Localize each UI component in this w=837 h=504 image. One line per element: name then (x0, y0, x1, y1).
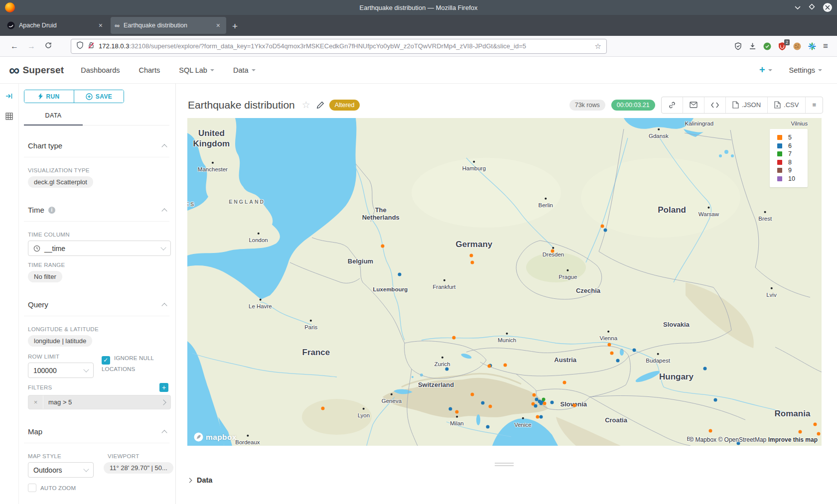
legend-entry: 7 (777, 150, 808, 158)
row-limit-select[interactable]: 100000 (28, 363, 94, 378)
time-range-value[interactable]: No filter (28, 271, 62, 282)
city-dot (310, 320, 312, 322)
city-dot (473, 161, 475, 163)
section-map[interactable]: Map (24, 427, 169, 443)
add-filter-button[interactable]: + (159, 383, 168, 392)
row-limit-value: 100000 (33, 367, 57, 375)
downloads-icon[interactable] (749, 42, 756, 50)
map-country-label: Germany (456, 240, 493, 250)
panel-resize-handle[interactable] (495, 461, 514, 468)
protections-shield-icon[interactable] (734, 42, 742, 50)
city-dot (443, 279, 445, 281)
nav-item-data[interactable]: Data (233, 66, 256, 74)
window-close-icon[interactable] (823, 3, 832, 12)
section-query[interactable]: Query (24, 300, 169, 316)
viz-type-value[interactable]: deck.gl Scatterplot (28, 176, 93, 188)
settings-menu[interactable]: Settings (789, 66, 822, 74)
superset-logo[interactable]: ∞ Superset (9, 63, 64, 78)
window-maximize-icon[interactable] (809, 3, 815, 12)
ignore-null-checkbox[interactable]: ✓ (102, 356, 110, 365)
time-column-select[interactable]: __time (28, 241, 171, 256)
tab-close-icon[interactable]: × (214, 21, 222, 29)
tab-apache-druid[interactable]: Apache Druid × (3, 17, 109, 34)
run-button[interactable]: RUN (24, 90, 74, 103)
city-dot (707, 207, 709, 209)
improve-map-link[interactable]: Improve this map (768, 436, 818, 443)
shield-icon[interactable] (76, 41, 84, 51)
nav-item-sql-lab[interactable]: SQL Lab (179, 66, 214, 74)
scatter-point (445, 368, 448, 371)
bookmark-star-icon[interactable]: ☆ (595, 42, 601, 51)
druid-favicon (7, 21, 15, 29)
cookie-extension-icon[interactable] (793, 42, 801, 50)
save-button[interactable]: SAVE (74, 90, 124, 103)
chart-area: Earthquake distribution ☆ Altered 73k ro… (176, 84, 837, 504)
scatter-point (607, 343, 611, 346)
window-minimize-icon[interactable] (795, 3, 801, 12)
embed-code-button[interactable] (704, 97, 725, 113)
city-dot (764, 211, 766, 213)
map-canvas[interactable]: United KingdomENGLANDESThe NetherlandsGe… (187, 118, 822, 446)
data-panel-toggle[interactable]: Data (188, 476, 212, 484)
expand-dataset-panel-icon[interactable] (5, 93, 13, 102)
copy-link-button[interactable] (662, 97, 683, 113)
chevron-right-icon[interactable] (156, 400, 170, 404)
time-range-label: TIME RANGE (28, 262, 169, 268)
favorite-star-icon[interactable]: ☆ (302, 99, 310, 111)
chart-menu-button[interactable]: ≡ (805, 97, 823, 113)
superset-navbar: ∞ Superset DashboardsChartsSQL LabData +… (0, 57, 837, 84)
altered-badge[interactable]: Altered (329, 100, 360, 111)
firefox-menu-icon[interactable]: ≡ (823, 41, 828, 51)
row-limit-label: ROW LIMIT (28, 354, 94, 360)
lonlat-value[interactable]: longitude | latitude (28, 335, 92, 347)
scatter-point (452, 336, 455, 339)
map-country-label: Slovakia (663, 321, 690, 329)
export-json-button[interactable]: .JSON (725, 97, 767, 113)
url-bar[interactable]: 172.18.0.3:32108/superset/explore/?form_… (71, 39, 607, 54)
tab-close-icon[interactable]: × (97, 21, 105, 29)
url-host: 172.18.0.3 (99, 42, 129, 50)
section-time[interactable]: Time i (24, 206, 169, 222)
share-email-button[interactable] (683, 97, 704, 113)
window-titlebar: Earthquake distribution — Mozilla Firefo… (0, 0, 837, 15)
viewport-label: VIEWPORT (108, 453, 173, 459)
pinwheel-extension-icon[interactable] (808, 42, 816, 50)
scatter-point (321, 406, 325, 410)
auto-zoom-checkbox[interactable] (28, 484, 36, 492)
map-city-label: Manchester (198, 162, 228, 173)
ublock-icon[interactable]: 2 (778, 42, 786, 50)
filter-chip[interactable]: × mag > 5 (28, 395, 171, 409)
dataset-grid-icon[interactable] (5, 113, 13, 122)
map-overlays: United KingdomENGLANDESThe NetherlandsGe… (187, 118, 822, 446)
scatter-point (543, 402, 546, 405)
back-icon[interactable]: ← (6, 42, 23, 51)
superset-logo-icon: ∞ (9, 63, 19, 78)
nav-item-charts[interactable]: Charts (139, 66, 160, 74)
attribution-copy[interactable]: © Mapbox © OpenStreetMap (689, 436, 766, 443)
reload-icon[interactable] (40, 41, 57, 51)
extension-green-icon[interactable] (763, 42, 771, 50)
tab-earthquake-distribution[interactable]: ∞ Earthquake distribution × (111, 17, 226, 34)
legend-swatch (777, 176, 782, 181)
insecure-lock-icon[interactable] (88, 41, 95, 51)
chevron-down-icon (160, 245, 166, 250)
mapbox-logo[interactable]: mapbox (194, 432, 237, 442)
new-item-button[interactable]: + (759, 64, 772, 76)
new-tab-button[interactable]: + (232, 21, 238, 32)
remove-filter-icon[interactable]: × (28, 395, 43, 409)
info-icon: i (48, 207, 55, 214)
chart-title: Earthquake distribution (188, 99, 295, 111)
scatter-point (487, 365, 491, 368)
map-style-value: Outdoors (33, 466, 62, 474)
forward-icon[interactable]: → (23, 42, 40, 51)
chevron-up-icon (161, 144, 167, 149)
edit-properties-icon[interactable] (316, 101, 324, 109)
export-csv-button[interactable]: .CSV (767, 97, 805, 113)
map-style-select[interactable]: Outdoors (28, 462, 94, 478)
tab-data[interactable]: DATA (24, 112, 83, 126)
legend-value: 5 (788, 134, 792, 141)
navbar-menu: DashboardsChartsSQL LabData (81, 66, 255, 74)
section-chart-type[interactable]: Chart type (24, 141, 169, 157)
nav-item-dashboards[interactable]: Dashboards (81, 66, 120, 74)
viewport-value[interactable]: 11° 28' 29.70" | 50... (104, 462, 173, 474)
